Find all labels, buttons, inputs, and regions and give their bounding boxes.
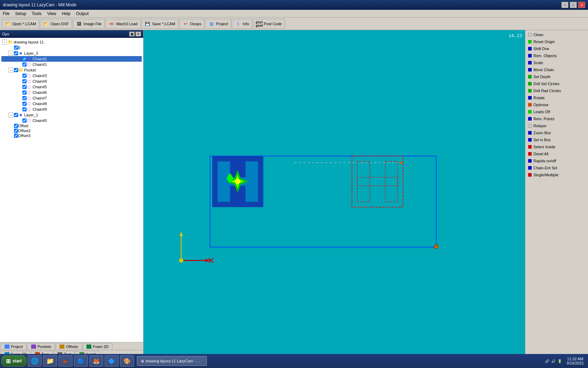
sel-in-box-button[interactable]: Sel in Box [526, 137, 587, 143]
checkbox-offset2[interactable] [14, 129, 18, 133]
tree-node-chain3[interactable]: + ⬡ Chain#3 [1, 73, 142, 79]
checkbox-chain0[interactable] [22, 118, 27, 123]
maximize-button[interactable]: □ [570, 2, 577, 8]
expand-layer1[interactable]: − [8, 113, 13, 117]
open-lcam-button[interactable]: 📂 Open *.LCAM [1, 19, 39, 29]
tree-node-0[interactable]: + 0 [1, 45, 142, 50]
leads-off-button[interactable]: Leads Off [526, 109, 587, 115]
label-chain8: Chain#8 [33, 102, 47, 106]
checkbox-chain4[interactable] [22, 79, 27, 83]
menu-file[interactable]: File [0, 11, 12, 17]
checkbox-chain7[interactable] [22, 96, 27, 100]
taskbar-app6[interactable]: 🔷 [105, 355, 119, 367]
rotate-button[interactable]: Rotate [526, 95, 587, 101]
move-chain-button[interactable]: Move Chain [526, 67, 587, 73]
taskbar-ie[interactable]: 🌐 [28, 355, 42, 367]
tree-node-chain5[interactable]: + ⬡ Chain#5 [1, 84, 142, 90]
clean-button[interactable]: Clean [526, 32, 587, 38]
expand-layer2[interactable]: − [8, 51, 13, 56]
menu-tools[interactable]: Tools [29, 11, 44, 17]
checkbox-chain2[interactable] [22, 57, 27, 61]
expand-pocket[interactable]: − [8, 68, 13, 73]
clock[interactable]: 11:32 AM 9/16/2021 [567, 357, 587, 365]
tree-root[interactable]: − 📁 drawing layout 11 [1, 39, 142, 45]
menu-help[interactable]: Help [59, 11, 74, 17]
info-button[interactable]: ℹ Info [232, 19, 252, 29]
project-button[interactable]: ▦ Project [205, 19, 231, 29]
relayer-button[interactable]: Relayer [526, 123, 587, 129]
tree-node-chain0[interactable]: + ⬡ Chain#0 [1, 118, 142, 123]
checkbox-pocket[interactable] [14, 68, 18, 72]
tree-node-chain2[interactable]: + ⬡ Chain#2 [1, 56, 142, 62]
ooops-button[interactable]: ↩ Ooops [179, 19, 204, 29]
tree-node-offset3[interactable]: Offset3 [1, 133, 142, 138]
tree-node-offset2[interactable]: Offset2 [1, 128, 142, 133]
taskbar-app7[interactable]: 🎨 [120, 355, 134, 367]
chain-ent-button[interactable]: Chain-Ent Sel [526, 165, 587, 171]
taskbar-media[interactable]: ▶ [58, 355, 72, 367]
tree-node-chain8[interactable]: + ⬡ Chain#8 [1, 101, 142, 107]
expand-root[interactable]: − [2, 40, 7, 45]
checkbox-chain6[interactable] [22, 90, 27, 95]
chain-ent-dot [528, 166, 532, 170]
ops-close-button[interactable]: ✕ [135, 32, 141, 36]
tree-node-chain6[interactable]: + ⬡ Chain#6 [1, 90, 142, 95]
canvas-area[interactable]: 14.23 [144, 30, 525, 357]
menu-setup[interactable]: Setup [12, 11, 29, 17]
tree-node-chain1[interactable]: + ⬡ Chain#1 [1, 62, 142, 67]
checkbox-layer1[interactable] [14, 113, 18, 117]
tab-project[interactable]: Project [1, 343, 27, 350]
rem-points-button[interactable]: Rem. Points [526, 116, 587, 122]
tab-pockets[interactable]: Pockets [27, 343, 55, 350]
reset-origin-button[interactable]: Reset Origin [526, 39, 587, 45]
checkbox-offset3[interactable] [14, 134, 18, 138]
tree-node-pocket[interactable]: − 📁 Pocket [1, 67, 142, 73]
checkbox-chain1[interactable] [22, 62, 27, 67]
rem-objects-button[interactable]: Rem. Objects [526, 53, 587, 59]
tree-node-offset[interactable]: Offset [1, 123, 142, 128]
tree-node-chain4[interactable]: + ⬡ Chain#4 [1, 79, 142, 84]
tree-node-layer1[interactable]: − ■ Layer_1 [1, 112, 142, 118]
minimize-button[interactable]: ─ [561, 2, 568, 8]
taskbar-firefox[interactable]: 🦊 [89, 355, 103, 367]
taskbar-chrome[interactable]: 🔵 [74, 355, 88, 367]
ops-float-button[interactable]: ▣ [129, 32, 135, 36]
post-code-button[interactable]: g1y1g1x0 Post Code [253, 19, 285, 29]
tree-node-layer2[interactable]: − ■ Layer_2 [1, 50, 142, 56]
menu-view[interactable]: View [44, 11, 59, 17]
zoom-box-button[interactable]: Zoom Box [526, 130, 587, 136]
checkbox-chain3[interactable] [22, 74, 27, 78]
image-file-button[interactable]: 🖼 Image File [73, 19, 105, 29]
tree-node-chain9[interactable]: + ⬡ Chain#9 [1, 107, 142, 112]
origin-axes [179, 232, 213, 263]
svg-rect-8 [352, 156, 403, 207]
taskbar-active-window[interactable]: 🖥 drawing layout 11 LazyCam - Mill Mode [137, 356, 207, 366]
mach3-load-button[interactable]: M3 Mach3 Load [105, 19, 141, 29]
desel-all-button[interactable]: Desel All [526, 151, 587, 157]
tab-foam2d[interactable]: Foam 2D [83, 343, 112, 350]
single-multiple-button[interactable]: Single/Multiple [526, 172, 587, 178]
set-depth-button[interactable]: Set Depth [526, 74, 587, 80]
checkbox-chain5[interactable] [22, 85, 27, 89]
taskbar-explorer[interactable]: 📁 [43, 355, 57, 367]
checkbox-layer2[interactable] [14, 51, 18, 55]
save-lcam-button[interactable]: 💾 Save *.LCAM [141, 19, 178, 29]
close-button[interactable]: ✕ [578, 2, 585, 8]
optimise-button[interactable]: Optimise [526, 102, 587, 108]
ops-header: Ops ▣ ✕ [0, 30, 143, 38]
checkbox-0[interactable] [14, 46, 18, 50]
checkbox-offset[interactable] [14, 124, 18, 128]
open-dxf-button[interactable]: 📂 Open DXF [40, 19, 72, 29]
drill-rad-button[interactable]: Drill Rad Circles [526, 88, 587, 94]
menu-output[interactable]: Output [73, 11, 91, 17]
scale-button[interactable]: Scale [526, 60, 587, 66]
rapids-button[interactable]: Rapids on/off [526, 158, 587, 164]
start-button[interactable]: ⊞ start [1, 355, 26, 367]
shift-drw-button[interactable]: Shift Drw [526, 46, 587, 52]
checkbox-chain8[interactable] [22, 102, 27, 106]
checkbox-chain9[interactable] [22, 107, 27, 111]
tab-offsets[interactable]: Offsets [56, 343, 82, 350]
tree-node-chain7[interactable]: + ⬡ Chain#7 [1, 95, 142, 101]
drill-sel-button[interactable]: Drill Sel Circles [526, 81, 587, 87]
select-inside-button[interactable]: Select Inside [526, 144, 587, 150]
